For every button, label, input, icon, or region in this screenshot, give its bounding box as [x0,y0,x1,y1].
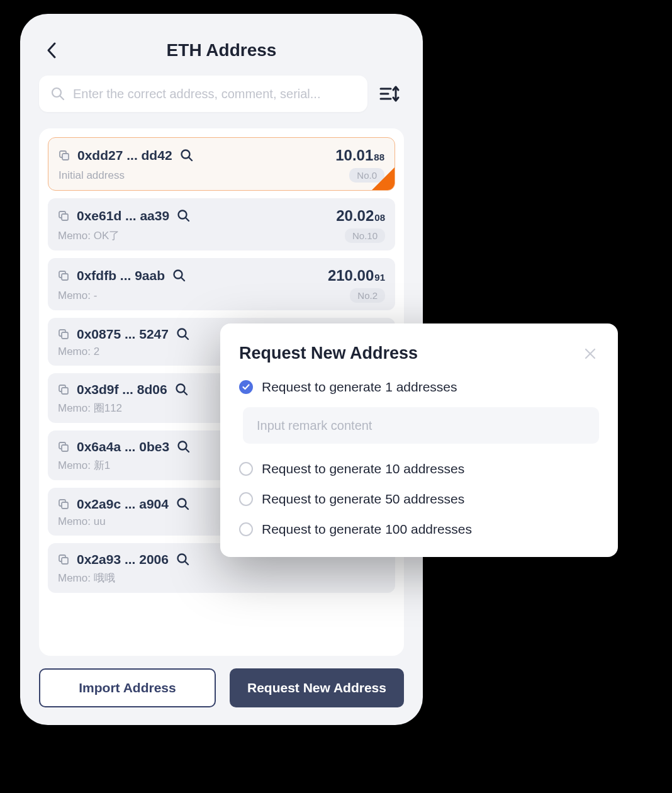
svg-rect-35 [62,558,68,564]
import-address-button[interactable]: Import Address [39,668,216,707]
modal-title: Request New Address [239,344,418,363]
view-address-button[interactable] [175,383,189,396]
svg-rect-15 [62,274,68,280]
address-text: 0x0875 ... 5247 [77,327,169,342]
option-label: Request to generate 10 addresses [262,461,464,476]
option-label: Request to generate 100 addresses [262,522,472,537]
magnify-icon [176,497,190,511]
address-item[interactable]: 0xdd27 ... dd4210.0188Initial addressNo.… [48,137,395,191]
address-text: 0xdd27 ... dd42 [77,148,172,163]
copy-icon [58,384,69,395]
footer-buttons: Import Address Request New Address [39,668,404,707]
memo-text: Memo: 2 [58,346,99,358]
radio-unchecked-icon[interactable] [239,522,253,536]
view-address-button[interactable] [177,209,191,223]
selected-flag-icon [371,166,395,191]
magnify-icon [177,440,191,454]
svg-line-33 [185,506,188,509]
amount: 20.0208 [336,207,385,225]
magnify-icon [172,269,186,283]
address-text: 0x6a4a ... 0be3 [77,439,169,454]
svg-rect-23 [62,388,68,394]
search-box[interactable] [39,76,367,112]
svg-line-29 [186,449,189,452]
address-item[interactable]: 0xe61d ... aa3920.0208Memo: OK了No.10 [48,198,395,250]
copy-address-button[interactable] [58,270,69,281]
address-row-meta: Memo: 哦哦 [58,571,385,585]
view-address-button[interactable] [176,497,190,511]
view-address-button[interactable] [176,553,190,566]
address-row-main: 0xfdfb ... 9aab210.0091 [58,267,385,284]
copy-address-button[interactable] [58,329,69,340]
radio-unchecked-icon[interactable] [239,492,253,506]
address-text: 0xe61d ... aa39 [77,208,169,223]
checkmark-icon [242,384,250,390]
copy-icon [58,270,69,281]
radio-unchecked-icon[interactable] [239,462,253,476]
remark-input[interactable] [243,407,599,444]
modal-close-button[interactable] [581,345,599,363]
amount-decimal: 88 [374,152,384,162]
generate-option[interactable]: Request to generate 1 addresses [239,380,599,395]
back-button[interactable] [39,38,64,63]
option-label: Request to generate 1 addresses [262,380,457,395]
radio-checked-icon[interactable] [239,380,253,394]
sort-button[interactable] [376,80,404,108]
copy-icon [58,441,69,453]
copy-address-button[interactable] [58,554,69,565]
copy-address-button[interactable] [58,498,69,510]
memo-text: Memo: 哦哦 [58,571,115,585]
address-row-meta: Memo: -No.2 [58,288,385,303]
magnify-icon [177,209,191,223]
request-new-address-button[interactable]: Request New Address [230,668,404,707]
amount-decimal: 91 [374,272,385,283]
copy-address-button[interactable] [59,150,70,161]
magnify-icon [176,553,190,566]
page-title: ETH Address [39,40,404,60]
amount-decimal: 08 [374,212,385,223]
amount: 210.0091 [328,267,385,284]
magnify-icon [175,383,189,396]
magnify-icon [180,149,194,162]
address-text: 0x3d9f ... 8d06 [77,382,167,397]
request-new-address-modal: Request New Address Request to generate … [220,323,618,557]
amount: 10.0188 [335,147,384,164]
address-row-meta: Initial addressNo.0 [59,168,384,183]
svg-rect-27 [62,445,68,451]
address-item[interactable]: 0xfdfb ... 9aab210.0091Memo: -No.2 [48,258,395,310]
view-address-button[interactable] [180,149,194,162]
svg-line-37 [185,561,188,565]
copy-address-button[interactable] [58,384,69,395]
svg-rect-11 [62,214,68,220]
amount-integer: 20.02 [336,207,374,225]
search-row [39,76,404,112]
copy-icon [58,329,69,340]
memo-text: Memo: OK了 [58,228,120,243]
copy-address-button[interactable] [58,210,69,222]
memo-text: Memo: - [58,290,97,302]
search-input[interactable] [73,87,356,101]
view-address-button[interactable] [177,440,191,454]
sort-icon [379,85,401,103]
copy-icon [58,554,69,565]
address-text: 0x2a9c ... a904 [77,497,169,512]
generate-option[interactable]: Request to generate 10 addresses [239,461,599,476]
svg-line-9 [189,157,192,160]
svg-line-1 [60,96,64,99]
copy-icon [58,498,69,510]
copy-icon [59,150,70,161]
address-row-main: 0xe61d ... aa3920.0208 [58,207,385,225]
option-label: Request to generate 50 addresses [262,492,464,507]
svg-line-17 [181,278,184,281]
view-address-button[interactable] [176,327,190,341]
generate-option[interactable]: Request to generate 50 addresses [239,492,599,507]
view-address-button[interactable] [172,269,186,283]
header: ETH Address [39,33,404,68]
copy-address-button[interactable] [58,441,69,453]
generate-option[interactable]: Request to generate 100 addresses [239,522,599,537]
copy-icon [58,210,69,222]
memo-text: Memo: 新1 [58,458,110,473]
address-row-main: 0xdd27 ... dd4210.0188 [59,147,384,164]
amount-integer: 210.00 [328,267,374,284]
serial-badge: No.2 [350,288,385,303]
